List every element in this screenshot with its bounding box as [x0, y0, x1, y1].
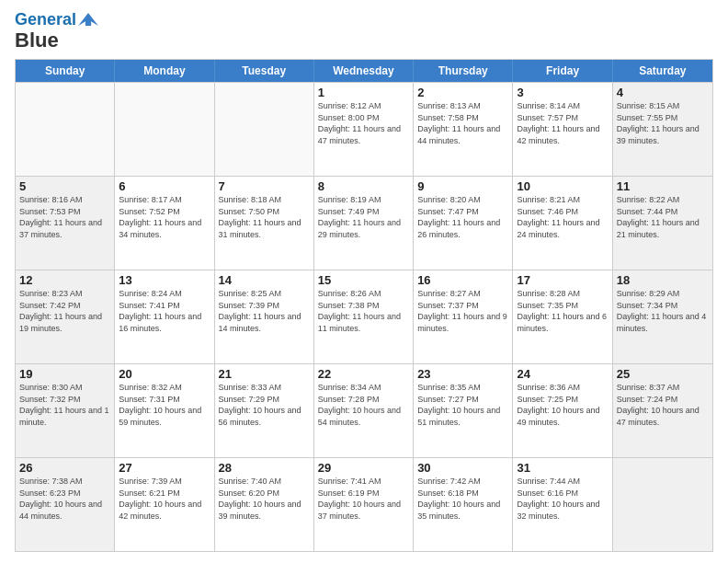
- cal-cell-3-0: 19Sunrise: 8:30 AM Sunset: 7:32 PM Dayli…: [16, 364, 115, 457]
- day-number: 18: [617, 273, 709, 287]
- header-cell-thursday: Thursday: [414, 60, 513, 82]
- header-cell-friday: Friday: [513, 60, 612, 82]
- cal-cell-2-1: 13Sunrise: 8:24 AM Sunset: 7:41 PM Dayli…: [115, 270, 214, 363]
- day-info: Sunrise: 8:27 AM Sunset: 7:37 PM Dayligh…: [417, 288, 508, 334]
- day-info: Sunrise: 8:17 AM Sunset: 7:52 PM Dayligh…: [119, 194, 210, 240]
- day-info: Sunrise: 8:36 AM Sunset: 7:25 PM Dayligh…: [517, 382, 608, 428]
- day-number: 29: [318, 461, 409, 475]
- day-number: 12: [19, 273, 110, 287]
- cal-cell-0-1: [115, 83, 214, 176]
- day-info: Sunrise: 8:34 AM Sunset: 7:28 PM Dayligh…: [318, 382, 409, 428]
- day-number: 19: [19, 367, 110, 381]
- cal-cell-3-2: 21Sunrise: 8:33 AM Sunset: 7:29 PM Dayli…: [215, 364, 314, 457]
- cal-cell-2-6: 18Sunrise: 8:29 AM Sunset: 7:34 PM Dayli…: [613, 270, 712, 363]
- day-number: 30: [417, 461, 508, 475]
- day-info: Sunrise: 8:18 AM Sunset: 7:50 PM Dayligh…: [219, 194, 310, 240]
- day-number: 22: [318, 367, 409, 381]
- day-number: 21: [219, 367, 310, 381]
- cal-cell-3-6: 25Sunrise: 8:37 AM Sunset: 7:24 PM Dayli…: [613, 364, 712, 457]
- cal-cell-2-4: 16Sunrise: 8:27 AM Sunset: 7:37 PM Dayli…: [414, 270, 513, 363]
- day-number: 6: [119, 179, 210, 193]
- calendar-row-2: 12Sunrise: 8:23 AM Sunset: 7:42 PM Dayli…: [16, 270, 712, 363]
- day-number: 15: [318, 273, 409, 287]
- cal-cell-4-2: 28Sunrise: 7:40 AM Sunset: 6:20 PM Dayli…: [215, 458, 314, 551]
- day-number: 11: [617, 179, 709, 193]
- calendar-body: 1Sunrise: 8:12 AM Sunset: 8:00 PM Daylig…: [16, 82, 712, 551]
- header: General Blue: [15, 11, 713, 52]
- day-number: 31: [517, 461, 608, 475]
- day-info: Sunrise: 8:29 AM Sunset: 7:34 PM Dayligh…: [617, 288, 709, 334]
- header-cell-wednesday: Wednesday: [314, 60, 414, 82]
- cal-cell-3-1: 20Sunrise: 8:32 AM Sunset: 7:31 PM Dayli…: [115, 364, 214, 457]
- cal-cell-4-0: 26Sunrise: 7:38 AM Sunset: 6:23 PM Dayli…: [16, 458, 115, 551]
- day-info: Sunrise: 7:42 AM Sunset: 6:18 PM Dayligh…: [417, 476, 508, 522]
- day-info: Sunrise: 8:30 AM Sunset: 7:32 PM Dayligh…: [19, 382, 110, 428]
- page: General Blue SundayMondayTuesdayWednesda…: [0, 0, 728, 563]
- cal-cell-0-0: [16, 83, 115, 176]
- calendar-header: SundayMondayTuesdayWednesdayThursdayFrid…: [16, 60, 712, 82]
- day-number: 9: [417, 179, 508, 193]
- svg-marker-0: [78, 13, 98, 26]
- day-info: Sunrise: 8:13 AM Sunset: 7:58 PM Dayligh…: [417, 100, 508, 146]
- day-number: 20: [119, 367, 210, 381]
- day-info: Sunrise: 8:32 AM Sunset: 7:31 PM Dayligh…: [119, 382, 210, 428]
- header-cell-tuesday: Tuesday: [215, 60, 314, 82]
- cal-cell-1-5: 10Sunrise: 8:21 AM Sunset: 7:46 PM Dayli…: [513, 177, 612, 270]
- day-info: Sunrise: 8:37 AM Sunset: 7:24 PM Dayligh…: [617, 382, 709, 428]
- cal-cell-1-6: 11Sunrise: 8:22 AM Sunset: 7:44 PM Dayli…: [613, 177, 712, 270]
- logo-blue: Blue: [15, 29, 59, 52]
- logo-text: General: [15, 11, 76, 29]
- cal-cell-3-4: 23Sunrise: 8:35 AM Sunset: 7:27 PM Dayli…: [414, 364, 513, 457]
- logo-general: General: [15, 10, 76, 29]
- day-info: Sunrise: 8:21 AM Sunset: 7:46 PM Dayligh…: [517, 194, 608, 240]
- day-number: 2: [417, 86, 508, 99]
- day-number: 4: [617, 86, 709, 99]
- logo-icon: [78, 13, 98, 26]
- day-number: 25: [617, 367, 709, 381]
- day-number: 1: [318, 86, 409, 99]
- header-cell-saturday: Saturday: [613, 60, 712, 82]
- day-info: Sunrise: 8:14 AM Sunset: 7:57 PM Dayligh…: [517, 100, 608, 146]
- day-info: Sunrise: 7:44 AM Sunset: 6:16 PM Dayligh…: [517, 476, 608, 522]
- day-info: Sunrise: 8:12 AM Sunset: 8:00 PM Dayligh…: [318, 100, 409, 146]
- day-info: Sunrise: 8:28 AM Sunset: 7:35 PM Dayligh…: [517, 288, 608, 334]
- day-info: Sunrise: 8:25 AM Sunset: 7:39 PM Dayligh…: [219, 288, 310, 334]
- cal-cell-4-3: 29Sunrise: 7:41 AM Sunset: 6:19 PM Dayli…: [314, 458, 414, 551]
- cal-cell-0-3: 1Sunrise: 8:12 AM Sunset: 8:00 PM Daylig…: [314, 83, 414, 176]
- header-cell-monday: Monday: [115, 60, 214, 82]
- cal-cell-0-2: [215, 83, 314, 176]
- day-info: Sunrise: 7:41 AM Sunset: 6:19 PM Dayligh…: [318, 476, 409, 522]
- cal-cell-2-0: 12Sunrise: 8:23 AM Sunset: 7:42 PM Dayli…: [16, 270, 115, 363]
- header-cell-sunday: Sunday: [16, 60, 115, 82]
- cal-cell-4-5: 31Sunrise: 7:44 AM Sunset: 6:16 PM Dayli…: [513, 458, 612, 551]
- cal-cell-3-5: 24Sunrise: 8:36 AM Sunset: 7:25 PM Dayli…: [513, 364, 612, 457]
- cal-cell-1-2: 7Sunrise: 8:18 AM Sunset: 7:50 PM Daylig…: [215, 177, 314, 270]
- calendar-row-3: 19Sunrise: 8:30 AM Sunset: 7:32 PM Dayli…: [16, 363, 712, 457]
- day-number: 24: [517, 367, 608, 381]
- calendar-row-0: 1Sunrise: 8:12 AM Sunset: 8:00 PM Daylig…: [16, 82, 712, 176]
- day-number: 28: [219, 461, 310, 475]
- day-info: Sunrise: 8:19 AM Sunset: 7:49 PM Dayligh…: [318, 194, 409, 240]
- day-info: Sunrise: 8:26 AM Sunset: 7:38 PM Dayligh…: [318, 288, 409, 334]
- cal-cell-1-3: 8Sunrise: 8:19 AM Sunset: 7:49 PM Daylig…: [314, 177, 414, 270]
- day-number: 3: [517, 86, 608, 99]
- cal-cell-0-6: 4Sunrise: 8:15 AM Sunset: 7:55 PM Daylig…: [613, 83, 712, 176]
- cal-cell-4-6: [613, 458, 712, 551]
- day-info: Sunrise: 7:38 AM Sunset: 6:23 PM Dayligh…: [19, 476, 110, 522]
- cal-cell-1-1: 6Sunrise: 8:17 AM Sunset: 7:52 PM Daylig…: [115, 177, 214, 270]
- day-number: 7: [219, 179, 310, 193]
- day-info: Sunrise: 8:22 AM Sunset: 7:44 PM Dayligh…: [617, 194, 709, 240]
- day-info: Sunrise: 8:15 AM Sunset: 7:55 PM Dayligh…: [617, 100, 709, 146]
- day-info: Sunrise: 8:33 AM Sunset: 7:29 PM Dayligh…: [219, 382, 310, 428]
- day-info: Sunrise: 7:39 AM Sunset: 6:21 PM Dayligh…: [119, 476, 210, 522]
- day-number: 8: [318, 179, 409, 193]
- cal-cell-1-4: 9Sunrise: 8:20 AM Sunset: 7:47 PM Daylig…: [414, 177, 513, 270]
- cal-cell-0-4: 2Sunrise: 8:13 AM Sunset: 7:58 PM Daylig…: [414, 83, 513, 176]
- calendar: SundayMondayTuesdayWednesdayThursdayFrid…: [15, 59, 713, 552]
- cal-cell-2-2: 14Sunrise: 8:25 AM Sunset: 7:39 PM Dayli…: [215, 270, 314, 363]
- cal-cell-4-4: 30Sunrise: 7:42 AM Sunset: 6:18 PM Dayli…: [414, 458, 513, 551]
- day-number: 16: [417, 273, 508, 287]
- calendar-row-1: 5Sunrise: 8:16 AM Sunset: 7:53 PM Daylig…: [16, 176, 712, 270]
- day-number: 26: [19, 461, 110, 475]
- day-info: Sunrise: 7:40 AM Sunset: 6:20 PM Dayligh…: [219, 476, 310, 522]
